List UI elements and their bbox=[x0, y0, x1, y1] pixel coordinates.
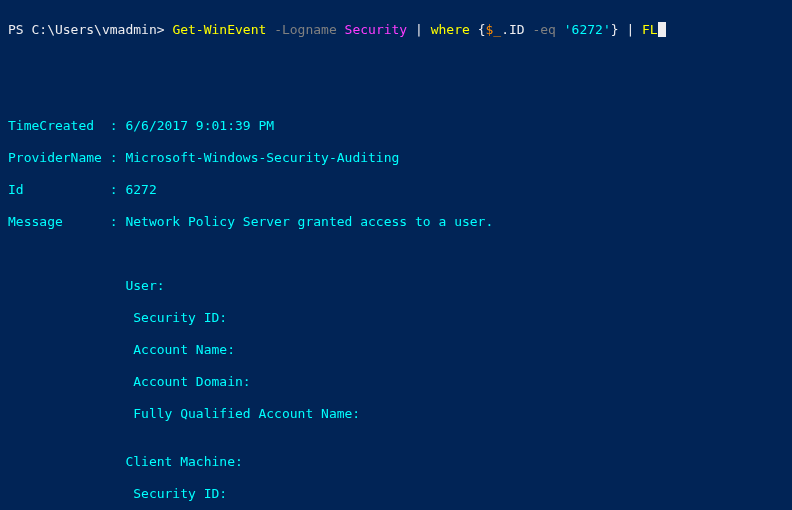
blank-line bbox=[8, 54, 792, 70]
field-timecreated: TimeCreated : 6/6/2017 9:01:39 PM bbox=[8, 118, 792, 134]
cmd-fl: FL bbox=[642, 22, 658, 37]
blank-line bbox=[8, 86, 792, 102]
op-eq: -eq bbox=[532, 22, 555, 37]
dot-id: .ID bbox=[501, 22, 524, 37]
section-user: User: bbox=[8, 278, 792, 294]
user-account-domain: Account Domain: bbox=[8, 374, 792, 390]
section-client-machine: Client Machine: bbox=[8, 454, 792, 470]
pipe: | bbox=[415, 22, 423, 37]
prompt-line: PS C:\Users\vmadmin> Get-WinEvent -Logna… bbox=[8, 22, 792, 38]
cmdlet: Get-WinEvent bbox=[172, 22, 266, 37]
user-security-id: Security ID: bbox=[8, 310, 792, 326]
var-dollar-underscore: $_ bbox=[485, 22, 501, 37]
field-id: Id : 6272 bbox=[8, 182, 792, 198]
ps-prompt: PS C:\Users\vmadmin> bbox=[8, 22, 172, 37]
powershell-terminal[interactable]: PS C:\Users\vmadmin> Get-WinEvent -Logna… bbox=[0, 0, 792, 510]
param-logname: -Logname bbox=[274, 22, 337, 37]
cm-security-id: Security ID: bbox=[8, 486, 792, 502]
cursor bbox=[658, 22, 666, 37]
val-6272: '6272' bbox=[564, 22, 611, 37]
field-providername: ProviderName : Microsoft-Windows-Securit… bbox=[8, 150, 792, 166]
user-account-name: Account Name: bbox=[8, 342, 792, 358]
cmd-where: where bbox=[431, 22, 470, 37]
blank-line bbox=[8, 246, 792, 262]
user-fqan: Fully Qualified Account Name: bbox=[8, 406, 792, 422]
brace-close: } bbox=[611, 22, 619, 37]
arg-security: Security bbox=[345, 22, 408, 37]
field-message: Message : Network Policy Server granted … bbox=[8, 214, 792, 230]
